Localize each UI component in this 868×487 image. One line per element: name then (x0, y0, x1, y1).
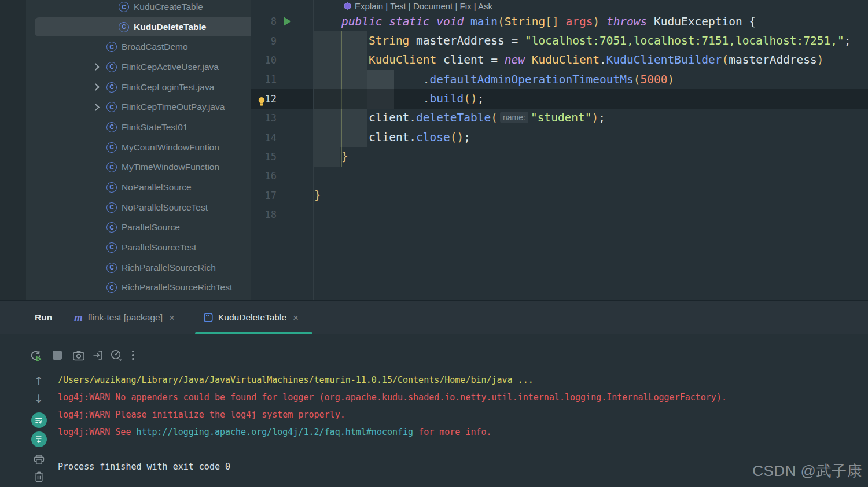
tree-item-label: ParallelSourceTest (122, 242, 196, 253)
code-token: . (423, 73, 430, 86)
up-stacktrace-button[interactable]: ↑ (34, 375, 43, 386)
class-icon: C (106, 263, 117, 273)
code-token: defaultAdminOperationTimeoutMs (430, 73, 634, 86)
more-options-button[interactable] (126, 351, 141, 360)
line-number-16[interactable]: 16 (251, 167, 313, 186)
chevron-right-icon[interactable] (92, 64, 100, 71)
tree-item-label: MyCountWindowFuntion (122, 142, 219, 153)
soft-wrap-icon (34, 416, 43, 425)
tree-item-label: FlinkCepActiveUser.java (122, 62, 219, 72)
ai-actions-label[interactable]: Explain | Test | Document | Fix | Ask (355, 1, 492, 11)
code-editor[interactable]: Explain | Test | Document | Fix | Ask 89… (251, 0, 868, 300)
line-number: 13 (251, 112, 277, 124)
line-number-11[interactable]: 11 (251, 70, 313, 89)
code-line-15[interactable]: } (314, 147, 868, 166)
code-token: ) (593, 15, 599, 28)
run-panel-title: Run (35, 301, 52, 334)
class-icon: C (106, 242, 117, 253)
class-icon: C (106, 182, 117, 193)
tree-item-label: ParallelSource (122, 222, 180, 233)
gutter-divider (313, 0, 314, 300)
class-icon: C (106, 282, 117, 293)
code-token: ( (498, 15, 505, 28)
code-line-17[interactable]: } (314, 186, 868, 205)
console-text-segment: for more info. (413, 427, 491, 437)
chevron-right-icon[interactable] (92, 104, 100, 111)
clear-console-button[interactable] (34, 471, 44, 482)
line-number-17[interactable]: 17 (251, 186, 313, 205)
class-icon: C (106, 142, 117, 153)
editor-gutter[interactable]: 89101112131415161718 (251, 12, 313, 224)
code-line-16[interactable] (314, 167, 868, 186)
run-tabbar: Run mflink-test [package]×KuduDeleteTabl… (0, 301, 868, 334)
tree-item-label: RichParallelSourceRichTest (122, 282, 232, 293)
profiler-button[interactable] (107, 349, 126, 361)
class-icon: C (106, 62, 117, 72)
stop-button[interactable] (45, 351, 69, 360)
rerun-button[interactable] (26, 349, 45, 361)
code-line-18[interactable] (314, 205, 868, 224)
code-line-9[interactable]: String masterAddress = "localhost:7051,l… (314, 31, 868, 50)
active-tab-underline (195, 332, 312, 334)
tree-item-label: KuduCreateTable (134, 2, 203, 12)
code-token: main (470, 15, 498, 28)
code-token: KuduClient (532, 53, 599, 67)
line-number-8[interactable]: 8 (251, 12, 313, 31)
code-token: args (565, 15, 593, 28)
code-line-10[interactable]: KuduClient client = new KuduClient.KuduC… (314, 50, 868, 69)
lightbulb-icon[interactable] (257, 97, 266, 107)
code-token: throws (606, 15, 647, 28)
tree-item-label: MyTimeWindowFunction (122, 162, 219, 172)
class-icon: C (106, 222, 117, 233)
maven-icon: m (74, 311, 83, 324)
down-stacktrace-button[interactable]: ↓ (34, 393, 43, 404)
code-token: () (450, 131, 464, 144)
line-number-15[interactable]: 15 (251, 147, 313, 166)
code-token: } (314, 189, 321, 202)
printer-icon (34, 454, 45, 465)
stop-icon (53, 351, 62, 360)
ai-actions-bar[interactable]: Explain | Test | Document | Fix | Ask (344, 0, 492, 12)
line-number: 16 (251, 170, 277, 182)
code-token: ; (598, 111, 605, 124)
code-line-13[interactable]: client.deleteTable(name:"student"); (314, 108, 868, 127)
code-line-11[interactable]: .defaultAdminOperationTimeoutMs(5000) (314, 70, 868, 89)
project-tree[interactable]: CKuduCreateTableCKuduDeleteTableCBroadCa… (26, 0, 251, 300)
run-method-icon[interactable] (284, 17, 291, 26)
print-button[interactable] (34, 454, 45, 465)
code-token: deleteTable (416, 111, 491, 124)
line-number-18[interactable]: 18 (251, 205, 313, 224)
code-token: ) (668, 73, 675, 86)
code-line-8[interactable]: public static void main(String[] args) t… (314, 12, 868, 31)
kebab-icon (132, 351, 134, 360)
line-number: 15 (251, 151, 277, 163)
class-icon: C (119, 2, 129, 12)
line-number-9[interactable]: 9 (251, 31, 313, 50)
code-line-12[interactable]: .build(); (314, 89, 868, 108)
exit-button[interactable] (88, 349, 107, 361)
code-token: KuduClientBuilder (606, 53, 722, 67)
code-token: masterAddress = (416, 34, 525, 47)
gauge-icon (110, 349, 123, 361)
console-text-segment: /Users/wuzikang/Library/Java/JavaVirtual… (58, 375, 534, 385)
line-number-14[interactable]: 14 (251, 128, 313, 147)
editor-code[interactable]: public static void main(String[] args) t… (314, 12, 868, 224)
class-icon: C (106, 42, 117, 52)
close-tab-icon[interactable]: × (168, 313, 176, 323)
line-number: 17 (251, 190, 277, 201)
close-tab-icon[interactable]: × (292, 313, 300, 323)
code-line-14[interactable]: client.close(); (314, 128, 868, 147)
chevron-right-icon[interactable] (92, 83, 100, 91)
intention-bulb[interactable] (257, 94, 266, 113)
console-link[interactable]: http://logging.apache.org/log4j/1.2/faq.… (136, 427, 413, 437)
line-number-10[interactable]: 10 (251, 50, 313, 69)
line-number: 18 (251, 209, 277, 220)
scroll-to-end-toggle[interactable] (31, 431, 47, 447)
run-tab-KuduDeleteTable[interactable]: KuduDeleteTable× (204, 301, 300, 334)
tree-item-label: FlinkCepTimeOutPay.java (122, 102, 225, 112)
console-toolbar (26, 348, 141, 362)
soft-wrap-toggle[interactable] (31, 412, 47, 428)
ide-window: CKuduCreateTableCKuduDeleteTableCBroadCa… (0, 0, 868, 487)
run-tab-flink-test [package][interactable]: mflink-test [package]× (74, 301, 176, 334)
thread-dump-button[interactable] (69, 350, 88, 361)
